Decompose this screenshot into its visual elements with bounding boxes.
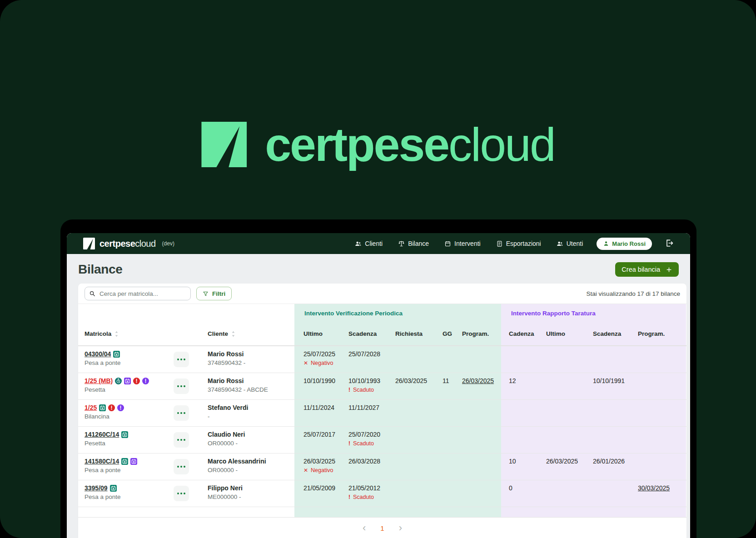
page-title: Bilance xyxy=(78,262,123,277)
column-rt-scadenza: Scadenza xyxy=(587,322,634,345)
cliente-name: Marco Alessandrini xyxy=(208,458,294,465)
scale-icon xyxy=(398,240,405,247)
row-actions-button[interactable] xyxy=(174,486,189,501)
matricola-link[interactable]: 1/25 (MB) xyxy=(85,377,113,384)
rt-cadenza: 12 xyxy=(509,377,541,384)
column-vp-ultimo: Ultimo xyxy=(294,322,344,345)
create-bilancia-button[interactable]: Crea bilancia xyxy=(615,262,679,277)
next-page-button[interactable]: › xyxy=(397,523,404,533)
alert-icon xyxy=(117,404,124,411)
table-row: 141260C/14 Pesetta Claudio Neri OR00000 … xyxy=(78,426,686,453)
nav-item-esportazioni[interactable]: Esportazioni xyxy=(496,240,541,247)
group-header-verificazione: Intervento Verificazione Periodica xyxy=(294,304,501,322)
row-actions-button[interactable] xyxy=(174,352,189,367)
user-name: Mario Rossi xyxy=(612,240,646,247)
vp-gg: 11 xyxy=(443,377,455,384)
cliente-name: Stefano Verdi xyxy=(208,404,294,411)
table-row: 3395/09 Pesa a ponte Filippo Neri ME0000… xyxy=(78,480,686,507)
matricola-type: Pesa a ponte xyxy=(85,493,167,500)
vp-scadenza: 26/03/2028 xyxy=(348,458,391,465)
nav-label: Bilance xyxy=(408,240,429,247)
brand-mark-icon xyxy=(201,122,247,167)
env-badge: (dev) xyxy=(162,240,174,247)
status-scaduto: !Scaduto xyxy=(348,387,391,393)
status-scaduto: !Scaduto xyxy=(348,440,391,447)
page-header: Bilance Crea bilancia xyxy=(67,254,690,284)
matricola-link[interactable]: 1/25 xyxy=(85,404,97,411)
vp-scadenza: 11/11/2027 xyxy=(348,404,391,411)
matricola-link[interactable]: 141580C/14 xyxy=(85,458,119,465)
nav-item-utenti[interactable]: Utenti xyxy=(557,240,583,247)
filters-button[interactable]: Filtri xyxy=(196,287,232,300)
table-row: 1/25 (MB) Pesetta Mario Rossi 3748590432… xyxy=(78,373,686,399)
vp-ultimo: 11/11/2024 xyxy=(303,404,344,411)
column-header-row: Matricola Cliente Ultimo Scadenza Richie… xyxy=(78,322,686,346)
calendar-x-icon xyxy=(121,431,128,438)
rt-scadenza: 10/10/1991 xyxy=(593,377,634,384)
users-icon xyxy=(557,240,563,247)
status-scaduto: !Scaduto xyxy=(348,494,391,500)
matricola-link[interactable]: 141260C/14 xyxy=(85,431,119,438)
vp-program-link[interactable]: 26/03/2025 xyxy=(462,377,501,384)
current-page[interactable]: 1 xyxy=(380,524,384,532)
column-matricola[interactable]: Matricola xyxy=(78,322,167,345)
table-row: 04300/04 Pesa a ponte Mario Rossi 374859… xyxy=(78,346,686,373)
row-actions-button[interactable] xyxy=(174,459,189,474)
group-header-row: Intervento Verificazione Periodica Inter… xyxy=(78,304,686,322)
plus-icon xyxy=(666,266,672,273)
rt-scadenza: 26/01/2026 xyxy=(593,458,634,465)
rt-program-link[interactable]: 30/03/2025 xyxy=(638,484,686,492)
rt-cadenza: 0 xyxy=(509,484,541,492)
calendar-x-icon xyxy=(124,378,131,384)
matricola-type: Pesetta xyxy=(85,440,167,447)
user-menu-button[interactable]: Mario Rossi xyxy=(597,238,652,250)
pagination: ‹ 1 › xyxy=(78,517,686,538)
sort-icon[interactable] xyxy=(231,330,236,338)
nav-item-clienti[interactable]: Clienti xyxy=(355,240,383,247)
row-actions-button[interactable] xyxy=(174,432,189,448)
matricola-link[interactable]: 3395/09 xyxy=(85,484,108,492)
alert-icon xyxy=(108,404,115,411)
cliente-sub: - xyxy=(208,413,294,420)
cliente-sub: OR00000 - xyxy=(208,440,294,447)
column-vp-gg: GG xyxy=(437,322,455,345)
sort-icon[interactable] xyxy=(114,330,119,338)
nav-label: Esportazioni xyxy=(506,240,541,247)
vp-ultimo: 10/10/1990 xyxy=(303,377,344,384)
users-icon xyxy=(355,240,362,247)
logout-icon xyxy=(665,239,674,248)
calendar-icon xyxy=(444,240,451,247)
bilance-card: Filtri Stai visualizzando 17 di 17 bilan… xyxy=(78,284,686,538)
matricola-type: Pesetta xyxy=(85,386,167,393)
toolbar: Filtri Stai visualizzando 17 di 17 bilan… xyxy=(78,284,686,304)
search-input[interactable] xyxy=(85,287,191,300)
vp-ultimo: 26/03/2025 xyxy=(303,458,344,465)
rt-ultimo: 26/03/2025 xyxy=(546,458,587,465)
logout-button[interactable] xyxy=(665,239,674,249)
table-row: 1/25 Bilancina Stefano Verdi - 11/11/202… xyxy=(78,399,686,426)
vp-scadenza: 10/10/1993 xyxy=(348,377,391,384)
table-row: 141580C/14 Pesa a ponte Marco Alessandri… xyxy=(78,453,686,480)
row-actions-button[interactable] xyxy=(174,379,189,394)
matricola-link[interactable]: 04300/04 xyxy=(85,350,111,358)
row-actions-button[interactable] xyxy=(174,405,189,421)
group-header-taratura: Intervento Rapporto Taratura xyxy=(501,304,686,322)
column-cliente[interactable]: Cliente xyxy=(195,322,294,345)
column-rt-cadenza: Cadenza xyxy=(501,322,541,345)
search-icon xyxy=(89,290,95,297)
dark-backdrop: certpesecloud certpesecloud (dev) Client… xyxy=(0,0,756,538)
prev-page-button[interactable]: ‹ xyxy=(361,523,368,533)
calendar-x-icon xyxy=(121,458,128,465)
column-vp-program: Program. xyxy=(455,322,501,345)
calendar-x-icon xyxy=(113,351,120,358)
nav-item-interventi[interactable]: Interventi xyxy=(444,240,481,247)
vp-ultimo: 25/07/2025 xyxy=(303,350,344,358)
hero-logo: certpesecloud xyxy=(201,121,554,168)
table-row-partial xyxy=(78,507,686,517)
person-icon xyxy=(603,240,609,247)
brand[interactable]: certpesecloud (dev) xyxy=(83,238,174,249)
navbar: certpesecloud (dev) Clienti Bilance Inte… xyxy=(67,233,690,254)
nav-item-bilance[interactable]: Bilance xyxy=(398,240,429,247)
cliente-sub: 3748590432 - xyxy=(208,359,294,366)
nav-label: Interventi xyxy=(454,240,481,247)
